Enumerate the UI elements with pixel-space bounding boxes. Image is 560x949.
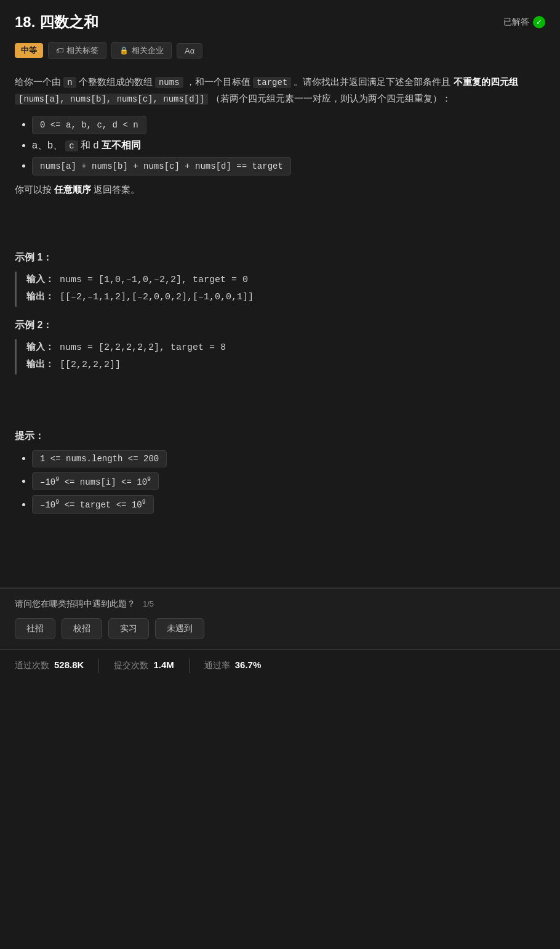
example-1-input-value: nums = [1,0,–1,0,–2,2], target = 0 [60, 275, 248, 285]
pass-rate-stat: 通过率 36.7% [204, 660, 262, 671]
solved-label: 已解答 [503, 17, 529, 28]
any-order-bold: 任意顺序 [54, 184, 91, 195]
example-2-input: 输入： nums = [2,2,2,2,2], target = 8 [26, 339, 545, 357]
problem-number: 18. [15, 14, 35, 30]
answer-not-seen-button[interactable]: 未遇到 [155, 618, 204, 639]
related-tags-label: 相关标签 [66, 45, 98, 56]
hint-1: 1 <= nums.length <= 200 [32, 450, 545, 467]
example-1-output-value: [[–2,–1,1,2],[–2,0,0,2],[–1,0,0,1]] [60, 292, 254, 302]
hint-2: –109 <= nums[i] <= 109 [32, 472, 545, 491]
hint-3: –109 <= target <= 109 [32, 495, 545, 514]
survey-answer-buttons: 社招 校招 实习 未遇到 [15, 618, 545, 639]
example-1-output: 输出： [[–2,–1,1,2],[–2,0,0,2],[–1,0,0,1]] [26, 289, 545, 307]
hints-section: 提示： 1 <= nums.length <= 200 –109 <= nums… [15, 430, 545, 514]
tag-icon: 🏷 [56, 46, 63, 55]
hint-2-code: –109 <= nums[i] <= 109 [32, 472, 159, 491]
answer-xiaozao-button[interactable]: 校招 [62, 618, 102, 639]
problem-title: 18. 四数之和 [15, 12, 98, 32]
example-1-title: 示例 1： [15, 251, 545, 264]
pass-count-label: 通过次数 [15, 660, 49, 671]
survey-question-text: 请问您在哪类招聘中遇到此题？ [15, 599, 135, 610]
conditions-list: 0 <= a, b, c, d < n a、b、 c 和 d 互不相同 nums… [15, 116, 545, 176]
example-1-input: 输入： nums = [1,0,–1,0,–2,2], target = 0 [26, 272, 545, 289]
condition-1: 0 <= a, b, c, d < n [32, 116, 545, 134]
tags-row: 中等 🏷 相关标签 🔒 相关企业 Aα [15, 42, 545, 59]
stats-section: 通过次数 528.8K 提交次数 1.4M 通过率 36.7% [0, 649, 560, 682]
example-1: 示例 1： 输入： nums = [1,0,–1,0,–2,2], target… [15, 251, 545, 307]
example-2-block: 输入： nums = [2,2,2,2,2], target = 8 输出： [… [15, 339, 545, 374]
answer-shezao-button[interactable]: 社招 [15, 618, 55, 639]
related-tags-button[interactable]: 🏷 相关标签 [48, 42, 106, 59]
tuple-code: [nums[a], nums[b], nums[c], nums[d]] [15, 94, 208, 105]
nums-code: nums [155, 77, 183, 88]
submit-count-label: 提交次数 [114, 660, 148, 671]
survey-question-row: 请问您在哪类招聘中遇到此题？ 1/5 [15, 599, 545, 610]
condition-3-code: nums[a] + nums[b] + nums[c] + nums[d] ==… [32, 157, 291, 176]
related-company-button[interactable]: 🔒 相关企业 [111, 42, 172, 59]
example-2-output-label: 输出： [26, 360, 54, 370]
distinct-bold: 互不相同 [102, 140, 141, 150]
example-2: 示例 2： 输入： nums = [2,2,2,2,2], target = 8… [15, 319, 545, 374]
example-2-output-value: [[2,2,2,2]] [60, 360, 121, 370]
condition-2: a、b、 c 和 d 互不相同 [32, 139, 545, 152]
pass-rate-value: 36.7% [235, 660, 262, 670]
example-2-input-label: 输入： [26, 342, 54, 353]
submit-count-stat: 提交次数 1.4M [114, 660, 174, 671]
condition-1-code: 0 <= a, b, c, d < n [32, 116, 146, 134]
survey-page-indicator: 1/5 [143, 599, 154, 608]
problem-title-text: 四数之和 [39, 14, 98, 30]
stat-divider-1 [98, 658, 99, 673]
answer-internship-button[interactable]: 实习 [108, 618, 149, 639]
pass-count-value: 528.8K [54, 660, 84, 670]
c-code: c [65, 140, 78, 151]
submit-count-value: 1.4M [153, 660, 174, 670]
no-dup-bold: 不重复的四元组 [454, 76, 518, 87]
condition-3: nums[a] + nums[b] + nums[c] + nums[d] ==… [32, 157, 545, 176]
example-2-output: 输出： [[2,2,2,2]] [26, 357, 545, 374]
hints-list: 1 <= nums.length <= 200 –109 <= nums[i] … [15, 450, 545, 514]
example-1-input-label: 输入： [26, 275, 54, 285]
example-1-output-label: 输出： [26, 292, 54, 302]
any-order-paragraph: 你可以按 任意顺序 返回答案。 [15, 184, 545, 196]
difficulty-tag[interactable]: 中等 [15, 43, 43, 58]
solved-badge: 已解答 ✓ [503, 16, 545, 28]
problem-description: 给你一个由 n 个整数组成的数组 nums ，和一个目标值 target 。请你… [15, 74, 545, 107]
font-button[interactable]: Aα [177, 43, 202, 59]
pass-count-stat: 通过次数 528.8K [15, 660, 84, 671]
hint-1-code: 1 <= nums.length <= 200 [32, 450, 167, 467]
font-icon: Aα [185, 46, 194, 55]
n-code: n [63, 77, 76, 88]
solved-check-icon: ✓ [533, 16, 545, 28]
hint-3-code: –109 <= target <= 109 [32, 495, 154, 514]
example-2-input-value: nums = [2,2,2,2,2], target = 8 [60, 342, 226, 353]
example-1-block: 输入： nums = [1,0,–1,0,–2,2], target = 0 输… [15, 272, 545, 307]
title-row: 18. 四数之和 已解答 ✓ [15, 12, 545, 32]
hints-title: 提示： [15, 430, 545, 443]
pass-rate-label: 通过率 [204, 660, 230, 671]
example-2-title: 示例 2： [15, 319, 545, 332]
stat-divider-2 [189, 658, 190, 673]
survey-section: 请问您在哪类招聘中遇到此题？ 1/5 社招 校招 实习 未遇到 [0, 588, 560, 649]
related-company-label: 相关企业 [132, 45, 164, 56]
lock-icon: 🔒 [119, 46, 129, 55]
target-code: target [253, 77, 291, 88]
